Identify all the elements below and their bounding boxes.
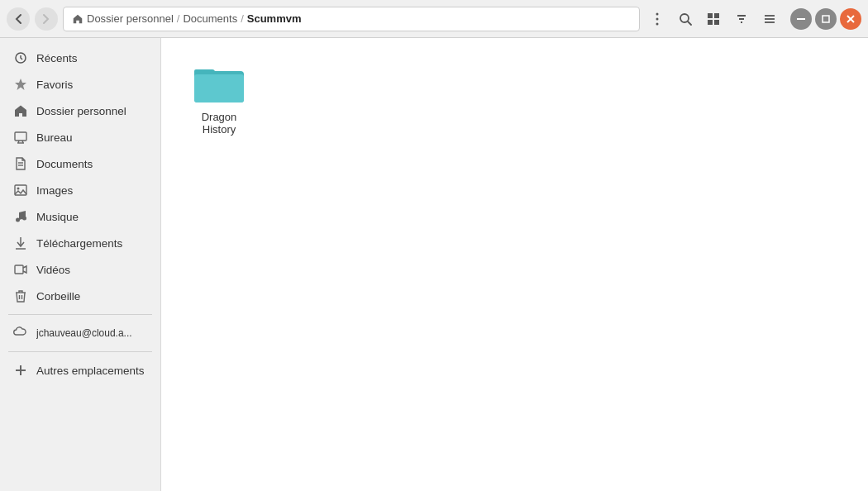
cloud-label: jchauveau@cloud.a... xyxy=(36,327,132,339)
window-controls xyxy=(790,8,861,30)
other-places-icon xyxy=(13,363,28,378)
sidebar-item-desktop[interactable]: Bureau xyxy=(0,124,160,150)
trash-icon xyxy=(13,288,28,303)
music-label: Musique xyxy=(36,211,79,223)
images-icon xyxy=(13,183,28,198)
file-area: Dragon History xyxy=(161,38,868,491)
sidebar: Récents Favoris Dossier personnel xyxy=(0,38,161,491)
trash-label: Corbeille xyxy=(36,290,80,303)
cloud-icon xyxy=(13,326,28,341)
breadcrumb-home-label: Dossier personnel xyxy=(87,12,174,25)
videos-icon xyxy=(13,262,28,277)
sidebar-item-trash[interactable]: Corbeille xyxy=(0,283,160,309)
documents-icon xyxy=(13,156,28,171)
downloads-icon xyxy=(13,236,28,250)
sidebar-item-documents[interactable]: Documents xyxy=(0,150,160,177)
sidebar-item-downloads[interactable]: Téléchargements xyxy=(0,230,160,256)
sidebar-item-other-places[interactable]: Autres emplacements xyxy=(0,357,160,384)
svg-point-2 xyxy=(656,22,659,25)
svg-marker-17 xyxy=(15,79,26,90)
maximize-button[interactable] xyxy=(815,8,837,30)
titlebar-actions xyxy=(645,7,782,31)
documents-label: Documents xyxy=(36,158,93,170)
titlebar: Dossier personnel / Documents / Scummvm xyxy=(0,0,868,38)
svg-rect-13 xyxy=(823,16,829,22)
breadcrumb-current: Scummvm xyxy=(247,12,302,25)
downloads-label: Téléchargements xyxy=(36,237,122,250)
sidebar-item-videos[interactable]: Vidéos xyxy=(0,256,160,283)
images-label: Images xyxy=(36,184,73,197)
svg-rect-5 xyxy=(708,13,713,18)
breadcrumb-home[interactable]: Dossier personnel xyxy=(72,12,174,25)
menu-button[interactable] xyxy=(645,7,670,31)
minimize-button[interactable] xyxy=(790,8,812,30)
svg-rect-6 xyxy=(714,13,719,18)
breadcrumb-sep-1: / xyxy=(177,12,180,25)
sidebar-divider-1 xyxy=(8,314,152,315)
sidebar-item-recents[interactable]: Récents xyxy=(0,45,160,71)
folder-dragon-history[interactable]: Dragon History xyxy=(178,55,260,144)
sidebar-item-images[interactable]: Images xyxy=(0,177,160,203)
svg-line-4 xyxy=(688,21,691,25)
recents-icon xyxy=(13,50,28,65)
sidebar-divider-2 xyxy=(8,351,152,352)
back-button[interactable] xyxy=(7,7,30,31)
home-folder-icon xyxy=(13,103,28,118)
favorites-label: Favoris xyxy=(36,79,73,91)
svg-rect-8 xyxy=(714,20,719,25)
svg-point-25 xyxy=(17,188,20,190)
sidebar-item-cloud[interactable]: jchauveau@cloud.a... xyxy=(0,320,160,346)
close-button[interactable] xyxy=(840,8,861,30)
other-places-label: Autres emplacements xyxy=(36,365,145,377)
svg-rect-36 xyxy=(194,74,244,102)
sidebar-item-music[interactable]: Musique xyxy=(0,203,160,230)
main-container: Récents Favoris Dossier personnel xyxy=(0,38,868,491)
recents-label: Récents xyxy=(36,52,78,64)
sidebar-item-favorites[interactable]: Favoris xyxy=(0,71,160,98)
svg-point-0 xyxy=(656,12,659,15)
desktop-label: Bureau xyxy=(36,131,73,144)
breadcrumb-sep-2: / xyxy=(241,12,244,25)
music-icon xyxy=(13,209,28,224)
videos-label: Vidéos xyxy=(36,264,70,276)
breadcrumb: Dossier personnel / Documents / Scummvm xyxy=(63,7,640,31)
svg-rect-7 xyxy=(708,20,713,25)
forward-button[interactable] xyxy=(35,7,58,31)
svg-point-26 xyxy=(16,218,20,222)
sidebar-item-home[interactable]: Dossier personnel xyxy=(0,98,160,124)
search-button[interactable] xyxy=(673,7,698,31)
sort-button[interactable] xyxy=(729,7,754,31)
home-label: Dossier personnel xyxy=(36,105,126,117)
folder-dragon-history-label: Dragon History xyxy=(186,111,252,136)
breadcrumb-documents[interactable]: Documents xyxy=(183,12,237,25)
more-button[interactable] xyxy=(757,7,782,31)
view-toggle-button[interactable] xyxy=(701,7,726,31)
svg-rect-18 xyxy=(15,132,26,141)
svg-point-27 xyxy=(22,217,26,221)
svg-point-1 xyxy=(656,17,659,20)
breadcrumb-documents-label: Documents xyxy=(183,12,237,25)
svg-rect-30 xyxy=(15,265,23,274)
desktop-icon xyxy=(13,130,28,145)
favorites-icon xyxy=(13,77,28,92)
home-icon xyxy=(72,13,83,25)
folder-icon-dragon-history xyxy=(194,63,244,106)
